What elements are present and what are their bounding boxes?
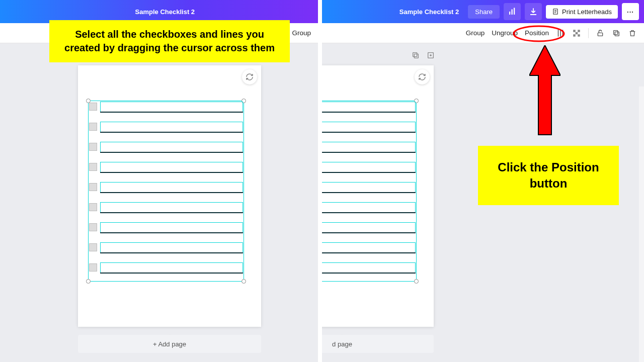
style-icon[interactable] bbox=[556, 29, 565, 38]
line-bounding-box[interactable] bbox=[322, 242, 416, 253]
line-bounding-box[interactable] bbox=[100, 162, 243, 173]
print-letterheads-button[interactable]: Print Letterheads bbox=[546, 5, 618, 19]
checklist-row[interactable] bbox=[322, 182, 416, 193]
line-element[interactable] bbox=[100, 252, 243, 253]
line-bounding-box[interactable] bbox=[322, 202, 416, 213]
line-element[interactable] bbox=[100, 132, 243, 133]
add-page-icon[interactable] bbox=[426, 50, 436, 60]
transparency-icon[interactable] bbox=[572, 29, 581, 38]
add-page-button[interactable]: d page bbox=[322, 335, 434, 353]
checklist-row[interactable] bbox=[89, 202, 243, 213]
line-element[interactable] bbox=[100, 212, 243, 213]
line-element[interactable] bbox=[322, 112, 416, 113]
line-bounding-box[interactable] bbox=[100, 102, 243, 113]
red-arrow-up bbox=[529, 45, 560, 136]
svg-rect-6 bbox=[573, 30, 576, 32]
checkbox-element[interactable] bbox=[89, 183, 97, 191]
checklist-row[interactable] bbox=[322, 162, 416, 173]
checklist-group[interactable] bbox=[89, 102, 243, 283]
line-element[interactable] bbox=[100, 172, 243, 173]
checklist-row[interactable] bbox=[322, 122, 416, 133]
line-element[interactable] bbox=[322, 152, 416, 153]
checklist-row[interactable] bbox=[89, 162, 243, 173]
duplicate-page-icon[interactable] bbox=[411, 50, 421, 60]
checklist-row[interactable] bbox=[89, 142, 243, 153]
svg-rect-13 bbox=[614, 30, 618, 34]
canvas-area[interactable]: + Add page bbox=[0, 43, 318, 362]
line-bounding-box[interactable] bbox=[100, 182, 243, 193]
line-bounding-box[interactable] bbox=[322, 102, 416, 113]
checklist-row[interactable] bbox=[89, 182, 243, 193]
position-button[interactable]: Position bbox=[525, 29, 549, 37]
line-bounding-box[interactable] bbox=[322, 262, 416, 274]
line-element[interactable] bbox=[322, 172, 416, 173]
checklist-row[interactable] bbox=[322, 202, 416, 213]
line-element[interactable] bbox=[100, 192, 243, 193]
line-element[interactable] bbox=[100, 112, 243, 113]
share-button[interactable]: Share bbox=[468, 5, 500, 19]
trash-icon[interactable] bbox=[628, 29, 637, 38]
line-bounding-box[interactable] bbox=[322, 162, 416, 173]
design-page[interactable] bbox=[322, 65, 434, 327]
checkbox-element[interactable] bbox=[89, 223, 97, 231]
checklist-row[interactable] bbox=[89, 242, 243, 253]
line-element[interactable] bbox=[100, 273, 243, 274]
checklist-row[interactable] bbox=[322, 262, 416, 274]
line-element[interactable] bbox=[322, 232, 416, 233]
checkbox-element[interactable] bbox=[89, 103, 97, 111]
line-element[interactable] bbox=[100, 232, 243, 233]
checkbox-element[interactable] bbox=[89, 203, 97, 211]
design-page[interactable] bbox=[78, 65, 261, 327]
duplicate-icon[interactable] bbox=[612, 29, 621, 38]
line-bounding-box[interactable] bbox=[100, 202, 243, 213]
checklist-row[interactable] bbox=[89, 102, 243, 113]
add-page-button[interactable]: + Add page bbox=[78, 335, 261, 353]
line-bounding-box[interactable] bbox=[322, 142, 416, 153]
checklist-row[interactable] bbox=[89, 262, 243, 274]
line-bounding-box[interactable] bbox=[100, 122, 243, 133]
checklist-row[interactable] bbox=[322, 142, 416, 153]
line-bounding-box[interactable] bbox=[322, 182, 416, 193]
checkbox-element[interactable] bbox=[89, 143, 97, 151]
line-bounding-box[interactable] bbox=[100, 142, 243, 153]
svg-rect-7 bbox=[578, 30, 580, 32]
line-element[interactable] bbox=[100, 152, 243, 153]
doc-title: Sample Checklist 2 bbox=[399, 8, 459, 16]
line-bounding-box[interactable] bbox=[100, 242, 243, 253]
more-menu-icon[interactable]: ··· bbox=[622, 3, 639, 20]
checkbox-element[interactable] bbox=[89, 163, 97, 171]
checkbox-element[interactable] bbox=[89, 243, 97, 251]
checkbox-element[interactable] bbox=[89, 263, 97, 272]
page-tools bbox=[411, 50, 436, 60]
analytics-icon[interactable] bbox=[504, 3, 521, 20]
download-icon[interactable] bbox=[525, 3, 542, 20]
checklist-row[interactable] bbox=[89, 222, 243, 233]
checklist-row[interactable] bbox=[322, 222, 416, 233]
line-bounding-box[interactable] bbox=[100, 222, 243, 233]
checklist-row[interactable] bbox=[322, 102, 416, 113]
group-button[interactable]: Group bbox=[292, 29, 311, 37]
line-bounding-box[interactable] bbox=[322, 122, 416, 133]
vertical-scrollbar[interactable] bbox=[639, 86, 644, 362]
top-bar: Sample Checklist 2 Share Print Letterhea… bbox=[322, 0, 644, 23]
svg-rect-4 bbox=[514, 8, 515, 15]
lock-icon[interactable] bbox=[596, 29, 605, 38]
ungroup-button[interactable]: Ungroup bbox=[492, 29, 518, 37]
line-bounding-box[interactable] bbox=[100, 262, 243, 274]
checklist-row[interactable] bbox=[89, 122, 243, 133]
line-element[interactable] bbox=[322, 252, 416, 253]
sync-icon[interactable] bbox=[242, 69, 257, 84]
svg-rect-10 bbox=[578, 34, 580, 37]
line-bounding-box[interactable] bbox=[322, 222, 416, 233]
checkbox-element[interactable] bbox=[89, 123, 97, 131]
line-element[interactable] bbox=[322, 273, 416, 274]
line-element[interactable] bbox=[322, 212, 416, 213]
line-element[interactable] bbox=[322, 192, 416, 193]
checklist-group[interactable] bbox=[322, 102, 416, 283]
checklist-row[interactable] bbox=[322, 242, 416, 253]
line-element[interactable] bbox=[322, 132, 416, 133]
sync-icon[interactable] bbox=[415, 69, 430, 84]
toolbar-separator bbox=[588, 28, 589, 38]
context-toolbar: Group Ungroup Position bbox=[322, 23, 644, 43]
group-button[interactable]: Group bbox=[466, 29, 485, 37]
